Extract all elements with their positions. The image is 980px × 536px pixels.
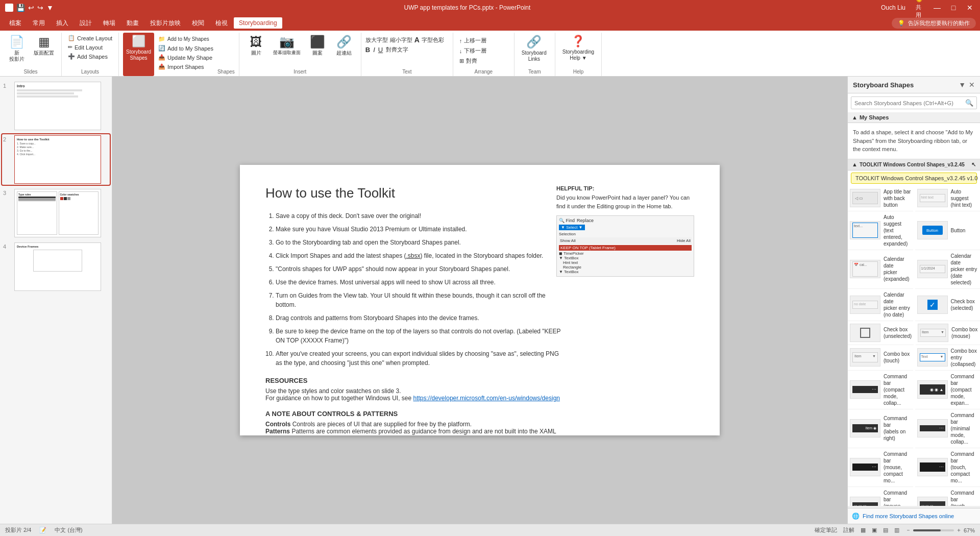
shape-cal-no-date[interactable]: no date Calendar datepicker entry(no dat… xyxy=(848,289,913,321)
toolkit-section[interactable]: ▲ TOOLKIT Windows Control Shapes_v3.2.45… xyxy=(848,159,980,170)
slide-3[interactable]: 3 Type rules Color swatches xyxy=(2,188,110,238)
slide-sorter[interactable]: ▤ xyxy=(883,527,888,533)
tell-me-box[interactable]: 💡 告訴我您想要執行的動作 xyxy=(892,18,976,29)
down-one-button[interactable]: ↓ 下移一層 xyxy=(457,46,489,56)
shape-button[interactable]: ⬛ 圖案 xyxy=(305,33,330,58)
menu-home[interactable]: 常用 xyxy=(28,17,50,30)
undo-btn[interactable]: ↩ xyxy=(28,4,34,12)
text-shrink[interactable]: 縮小字型 xyxy=(390,36,412,44)
menu-storyboarding[interactable]: Storyboarding xyxy=(234,17,282,29)
panel-close-button[interactable]: ✕ xyxy=(969,81,975,89)
find-more-link[interactable]: Find more Storyboard Shapes online xyxy=(863,513,954,519)
slide-4[interactable]: 4 Device Frames xyxy=(2,241,110,292)
menu-file[interactable]: 檔案 xyxy=(4,17,27,30)
screenshot-button[interactable]: 📷 螢幕擷取畫面 xyxy=(270,33,304,58)
menu-view[interactable]: 檢視 xyxy=(210,17,233,30)
menu-transitions[interactable]: 轉場 xyxy=(98,17,120,30)
up-one-button[interactable]: ↑ 上移一層 xyxy=(457,36,489,45)
add-to-my-shapes-button[interactable]: 📁 Add to My Shapes xyxy=(156,35,215,43)
shape-name-cmdbar-mouse-compact2: Command bar(mouse,compact mo... xyxy=(884,490,911,506)
notes-icon: 📝 xyxy=(39,527,46,533)
text-font-color[interactable]: A xyxy=(414,36,420,44)
shape-cmdbar-touch-compact2[interactable]: ▭ ▭ ▭ Command bar(touch,compact mo... xyxy=(915,487,981,506)
zoom-slider[interactable] xyxy=(913,529,954,531)
shape-name-auto-suggest: Auto suggest(hint text) xyxy=(951,188,978,208)
shape-cmdbar-labels-right[interactable]: Item ◉ Command bar(labels onright) xyxy=(848,409,913,448)
my-shapes-section[interactable]: ▲ My Shapes xyxy=(848,112,980,123)
notes-button[interactable]: 確定筆記 xyxy=(815,526,837,534)
minimize-button[interactable]: — xyxy=(932,3,942,13)
shape-cal-expanded[interactable]: 📅 cal... Calendar datepicker(expanded) xyxy=(848,250,913,289)
resources-text: Use the type styles and color swatches o… xyxy=(265,387,561,395)
menu-insert[interactable]: 插入 xyxy=(51,17,74,30)
slide-3-thumb: Type rules Color swatches xyxy=(14,189,101,237)
canvas-area[interactable]: How to use the Toolkit HELPFUL TIP: Did … xyxy=(112,77,847,524)
shape-cmdbar-mouse-compact[interactable]: ⋯ Command bar(mouse,compact mo... xyxy=(848,448,913,487)
normal-view[interactable]: ▦ xyxy=(861,527,866,533)
menu-slideshow[interactable]: 投影片放映 xyxy=(145,17,186,30)
storyboard-links-button[interactable]: 🔗 StoryboardLinks xyxy=(519,33,550,64)
shape-cmdbar-minimal-collapsed[interactable]: ⋯ Command bar(minimalmode, collap... xyxy=(915,409,981,448)
shape-cmdbar-touch-compact[interactable]: ⋯ Command bar(touch,compact mo... xyxy=(915,448,981,487)
shape-checkbox-selected[interactable]: ✓ Check box(selected) xyxy=(915,289,981,321)
import-shapes-button[interactable]: 📥 Update My Shape xyxy=(156,53,215,62)
zoom-out-button[interactable]: － xyxy=(905,526,911,534)
image-button[interactable]: 🖼 圖片 xyxy=(243,33,269,58)
shape-auto-suggest-expanded[interactable]: text... Auto suggest(text entered,expand… xyxy=(848,211,913,250)
storyboard-shapes-button[interactable]: ⬜ StoryboardShapes xyxy=(123,33,154,76)
hyperlink-button[interactable]: 🔗 超連結 xyxy=(331,33,357,58)
list-item-8: Drag controls and patterns from Storyboa… xyxy=(276,313,561,323)
new-slide-button[interactable]: 📄 新投影片 xyxy=(4,33,30,64)
add-shapes-button[interactable]: ➕ Add Shapes xyxy=(66,52,114,61)
screenshot-mock: 🔍 Find Replace ▼ Select ▼ Selection Show… xyxy=(556,215,694,277)
shape-auto-suggest[interactable]: hint text Auto suggest(hint text) xyxy=(915,186,981,211)
italic-button[interactable]: I xyxy=(373,46,375,54)
restore-button[interactable]: □ xyxy=(948,3,959,13)
share-button[interactable]: 🤝 共用 xyxy=(916,3,926,13)
save-btn[interactable]: 💾 xyxy=(16,4,25,12)
ribbon-group-help: ❓ StoryboardingHelp ▼ Help xyxy=(555,33,602,76)
menu-animations[interactable]: 動畫 xyxy=(121,17,144,30)
shapes-search-input[interactable] xyxy=(851,98,962,108)
panel-collapse-button[interactable]: ▼ xyxy=(959,81,966,89)
close-button[interactable]: ✕ xyxy=(965,3,975,13)
shape-row-pair-9: ⋯ Command bar(mouse,compact mo... ⋯ Comm… xyxy=(848,448,980,487)
align-text-button[interactable]: 對齊文字 xyxy=(386,46,408,54)
shape-button[interactable]: Button Button xyxy=(915,211,981,250)
quick-access-more[interactable]: ▼ xyxy=(46,4,54,12)
align-button[interactable]: ⊞ 對齊 xyxy=(457,56,489,66)
update-my-shape-button[interactable]: 🔄 Add to My Shapes xyxy=(156,44,215,53)
shape-cmdbar-mouse-compact2[interactable]: ▭ ▭ ▭ Command bar(mouse,compact mo... xyxy=(848,487,913,506)
slide-2[interactable]: 2 How to use the Toolkit 1. Save a copy.… xyxy=(2,134,110,185)
outline-view[interactable]: ▣ xyxy=(872,527,877,533)
shape-icon: ⬛ xyxy=(310,35,325,49)
shape-cmdbar-compact-collapsed[interactable]: ⋯ Command bar(compactmode, collap... xyxy=(848,371,913,409)
create-layout-button[interactable]: 📋 Create Layout xyxy=(66,34,114,42)
bold-button[interactable]: B xyxy=(365,46,370,54)
zoom-in-button[interactable]: ＋ xyxy=(956,526,962,534)
shape-cal-date-selected[interactable]: 1/1/2024 Calendar datepicker entry(date … xyxy=(915,250,981,289)
layout-button[interactable]: ▦ 版面配置 xyxy=(31,33,57,58)
slide-1[interactable]: 1 Intro xyxy=(2,81,110,131)
menu-review[interactable]: 校閱 xyxy=(187,17,209,30)
underline-button[interactable]: U xyxy=(378,46,383,54)
menu-design[interactable]: 設計 xyxy=(75,17,97,30)
storyboarding-help-button[interactable]: ❓ StoryboardingHelp ▼ xyxy=(559,33,597,63)
shape-app-title-bar[interactable]: ◁ ▭ App title barwith backbutton xyxy=(848,186,913,211)
edit-layout-button[interactable]: ✏ Edit Layout xyxy=(66,43,114,52)
comments-button[interactable]: 註解 xyxy=(843,526,854,534)
shape-checkbox-unselected[interactable]: Check box(unselected) xyxy=(848,321,914,345)
resources-link[interactable]: https://developer.microsoft.com/en-us/wi… xyxy=(413,395,560,402)
shapes-panel-title: Storyboard Shapes xyxy=(853,81,914,89)
text-enlarge[interactable]: 放大字型 xyxy=(365,36,388,44)
shape-combo-touch[interactable]: Item▼ Combo box(touch) xyxy=(848,345,913,371)
text-color-picker[interactable]: 字型色彩 xyxy=(422,36,444,44)
shape-cmdbar-compact-expanded[interactable]: ◉ ◉ ▲ Command bar(compactmode, expan... xyxy=(915,371,981,409)
export-my-shapes-button[interactable]: 📤 Import Shapes xyxy=(156,62,215,71)
edit-layout-icon: ✏ xyxy=(68,44,72,51)
list-item-4: Click Import Shapes and add the latest s… xyxy=(276,251,561,260)
presenter-view[interactable]: ▥ xyxy=(894,527,899,533)
redo-btn[interactable]: ↪ xyxy=(37,4,43,12)
shape-combo-mouse[interactable]: Item▼ Combo box(mouse) xyxy=(916,321,980,345)
shape-combo-entry-collapsed[interactable]: Text▼ Combo boxentry(collapsed) xyxy=(915,345,981,371)
